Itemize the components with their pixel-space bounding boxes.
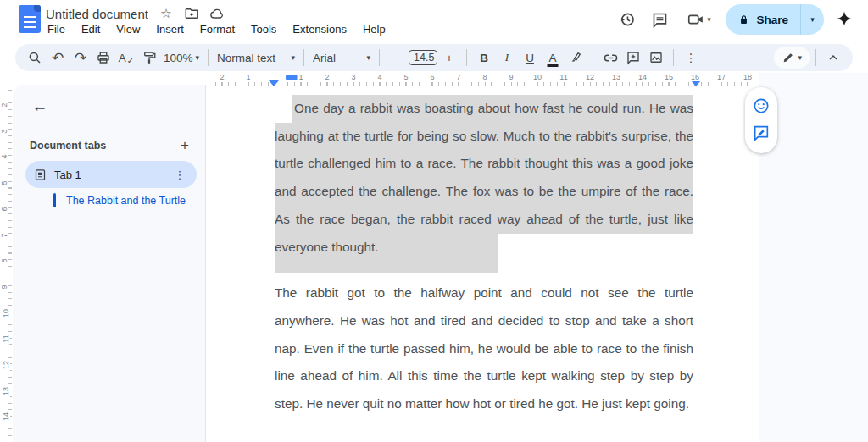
spellcheck-button[interactable]: A✓ [115,47,137,69]
divider [379,49,380,66]
ruler-number: 10 [2,307,10,319]
document-title[interactable]: Untitled document [46,7,148,21]
increase-font-size-button[interactable]: + [438,47,460,69]
decrease-font-size-button[interactable]: − [386,47,408,69]
share-button[interactable]: Share [726,14,800,26]
redo-button[interactable]: ↷ [70,47,92,69]
chevron-down-icon: ▾ [367,53,371,62]
editing-mode-button[interactable]: ▾ [774,47,810,69]
underline-button[interactable]: U [519,47,541,69]
logo-lines [24,16,36,29]
format-toolbar: ↶ ↷ A✓ 100% ▾ Normal text ▾ Arial ▾ − 14… [15,44,853,71]
divider [673,49,674,66]
ruler-number: 4 [376,73,383,81]
ruler-number: 2 [0,101,8,108]
paragraph-styles-select[interactable]: Normal text ▾ [214,47,298,69]
insert-link-button[interactable] [599,47,621,69]
hide-menus-button[interactable] [822,47,844,69]
ruler-number: 13 [2,385,10,397]
tab-options-button[interactable]: ⋮ [171,166,188,183]
tab-item-tab1[interactable]: Tab 1 ⋮ [25,161,197,188]
document-body-text[interactable]: One day a rabbit was boasting about how … [275,95,693,418]
pencil-icon [782,51,795,64]
search-menus-icon[interactable] [24,47,46,69]
horizontal-ruler[interactable]: 21123456789101112131415161718 [209,73,766,89]
menu-item-tools[interactable]: Tools [249,23,278,36]
close-tabs-panel-button[interactable]: ← [28,95,52,119]
selection-action-rail [745,87,777,153]
ruler-number: 3 [0,127,8,135]
undo-button[interactable]: ↶ [47,47,69,69]
share-split-button: Share ▾ [726,4,824,35]
share-dropdown-button[interactable]: ▾ [800,4,824,35]
divider [815,49,816,66]
ruler-number: 8 [0,257,8,265]
right-indent-marker[interactable] [691,80,701,86]
gemini-sparkle-icon[interactable] [832,8,856,31]
font-size-input[interactable]: 14.5 [409,50,437,65]
more-options-button[interactable]: ⋮ [680,47,702,69]
outline-heading-item[interactable]: The Rabbit and the Turtle [53,193,186,207]
version-history-icon[interactable] [615,8,639,31]
paragraph-1-selected[interactable]: One day a rabbit was boasting about how … [275,95,693,261]
meet-video-call-button[interactable]: ▾ [680,8,717,31]
chevron-down-icon: ▾ [196,53,200,62]
ruler-number: 17 [715,73,727,81]
divider [593,49,593,66]
ruler-number: 9 [507,73,515,81]
paragraph-2-text: The rabbit got to the halfway point and … [275,279,693,418]
zoom-select[interactable]: 100% ▾ [161,47,202,69]
menu-item-extensions[interactable]: Extensions [291,23,348,36]
vertical-ruler[interactable]: 234567891011121314 [0,90,13,442]
ruler-number: 3 [349,73,357,81]
active-heading-indicator [53,193,56,207]
cloud-status-icon[interactable] [209,6,225,21]
font-family-select[interactable]: Arial ▾ [310,47,373,69]
comment-history-icon[interactable] [648,8,671,31]
add-comment-button[interactable] [622,47,644,69]
outline-heading-label: The Rabbit and the Turtle [66,195,186,207]
ruler-number: 13 [610,73,622,81]
menu-item-insert[interactable]: Insert [154,23,186,36]
paragraph-2[interactable]: The rabbit got to the halfway point and … [275,279,693,418]
ruler-number: 14 [637,73,648,81]
insert-image-button[interactable] [645,47,667,69]
ruler-number: 8 [481,73,488,81]
chevron-down-icon: ▾ [707,15,711,24]
logo-fold [34,5,41,12]
suggest-edits-button[interactable] [750,122,772,144]
tab-document-icon [34,169,47,181]
share-label: Share [756,14,788,26]
menu-bar: FileEditViewInsertFormatToolsExtensionsH… [46,23,387,36]
menu-item-file[interactable]: File [46,23,67,36]
ruler-number: 5 [0,180,8,187]
menu-item-format[interactable]: Format [198,23,236,36]
bold-button[interactable]: B [473,47,495,69]
menu-item-edit[interactable]: Edit [80,23,102,36]
star-icon[interactable]: ☆ [159,6,174,21]
menu-item-help[interactable]: Help [361,23,387,36]
ruler-number: 11 [558,73,569,81]
ruler-number: 7 [454,73,462,81]
italic-button[interactable]: I [496,47,518,69]
emoji-reaction-button[interactable] [750,95,772,117]
print-button[interactable] [92,47,114,69]
ruler-number: 12 [584,73,596,81]
paint-format-button[interactable] [138,47,160,69]
highlight-color-button[interactable] [565,47,587,69]
divider [466,49,467,66]
menu-item-view[interactable]: View [114,23,142,36]
text-color-button[interactable]: A [542,47,564,69]
color-bar [548,64,559,67]
move-folder-icon[interactable] [184,6,199,21]
add-tab-button[interactable]: + [175,135,195,156]
docs-logo-icon[interactable] [19,5,41,33]
lock-icon [737,14,750,26]
ruler-number: 6 [0,205,8,213]
left-indent-marker[interactable] [269,80,279,86]
ruler-number: 7 [0,231,8,239]
ruler-number: 9 [0,283,8,290]
ruler-number: 5 [402,73,409,81]
ruler-number: 16 [689,73,701,81]
ruler-ticks [209,82,766,86]
